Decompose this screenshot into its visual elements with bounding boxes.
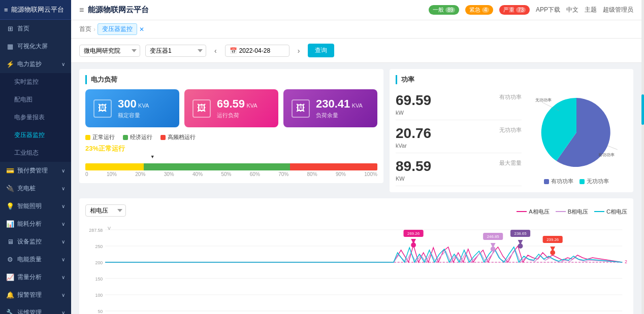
topbar: ≡ 能源物联网云平台 一般 89 紧急 4 严重 73 APP下载 中文 主题	[71, 0, 641, 20]
language-link[interactable]: 中文	[566, 6, 578, 14]
transformer-select[interactable]: 变压器1	[145, 45, 206, 57]
chart-filter: 相电压	[85, 204, 126, 217]
ops-icon: 🔧	[6, 309, 14, 314]
y-label-200: 200	[95, 260, 103, 265]
pie-legend-active: 有功功率	[544, 178, 573, 185]
right-panel: 功率 69.59 kW 有功功率	[390, 69, 633, 192]
progress-overload	[290, 163, 378, 170]
legend-dot-overload	[160, 135, 166, 140]
legend-a-phase: A相电压	[517, 208, 549, 216]
sidebar-item-industrial[interactable]: 工业组态	[0, 144, 71, 162]
status-legend: 正常运行 经济运行 高频档运行	[85, 133, 377, 141]
badge-normal[interactable]: 一般 89	[429, 5, 459, 15]
lighting-icon: 💡	[6, 202, 14, 210]
scrollbar-track[interactable]	[641, 0, 644, 314]
sidebar-item-electric[interactable]: ⚡ 电力监抄	[0, 55, 71, 73]
logo-icon: ≡	[4, 6, 8, 14]
filter-bar: 微电网研究院 变压器1 ‹ 📅 › 查询	[71, 39, 641, 63]
sidebar-item-prepaid[interactable]: 💳 预付费管理	[0, 162, 71, 180]
query-button[interactable]: 查询	[308, 44, 334, 57]
pie-legend-reactive: 无功功率	[579, 178, 609, 185]
kva-unit-running: KVA	[246, 102, 257, 109]
scrollbar-thumb[interactable]	[641, 94, 644, 125]
b-phase-line	[105, 250, 622, 262]
kva-card-remaining: 🖼 230.41 KVA 负荷余量	[283, 89, 377, 127]
kva-icon-rated: 🖼	[93, 99, 112, 118]
home-icon: ⊞	[6, 25, 14, 32]
breadcrumb-home[interactable]: 首页	[79, 25, 91, 33]
date-input-wrap: 📅	[225, 45, 289, 57]
legend-economic: 经济运行	[123, 133, 152, 141]
menu-icon[interactable]: ≡	[79, 6, 84, 15]
voltage-filter-select[interactable]: 相电压	[85, 204, 126, 217]
kva-cards: 🖼 300 KVA 额定容量 🖼	[85, 89, 377, 127]
sidebar-item-device[interactable]: 🖥 设备监控	[0, 233, 71, 251]
sidebar-item-quality[interactable]: ⚙ 电能质量	[0, 251, 71, 268]
reactive-power-value: 20.76	[396, 126, 431, 141]
sidebar-item-report[interactable]: 电参量报表	[0, 109, 71, 126]
pie-dot-active	[544, 179, 549, 184]
legend-normal: 正常运行	[85, 133, 115, 141]
kva-icon-remaining: 🖼	[292, 99, 310, 118]
quality-icon: ⚙	[6, 256, 14, 263]
date-prev-btn[interactable]: ‹	[211, 46, 220, 56]
theme-link[interactable]: 主题	[585, 6, 597, 14]
kva-icon-running: 🖼	[192, 99, 211, 118]
kva-info-rated: 300 KVA 额定容量	[118, 97, 171, 119]
kva-card-rated: 🖼 300 KVA 额定容量	[85, 89, 179, 127]
sidebar-item-transformer[interactable]: 变压器监控	[0, 126, 71, 144]
max-demand-unit: KW	[396, 176, 431, 182]
breadcrumb-transformer[interactable]: 变压器监控	[98, 23, 137, 35]
breadcrumb-sep: ›	[93, 26, 95, 33]
sidebar-item-alarm[interactable]: 🔔 报警管理	[0, 286, 71, 304]
app-download-link[interactable]: APP下载	[536, 6, 560, 14]
sidebar-item-visualization[interactable]: ▦ 可视化大屏	[0, 38, 71, 55]
sidebar-item-home[interactable]: ⊞ 首页	[0, 20, 71, 38]
kva-unit-remaining: KVA	[352, 102, 363, 109]
max-demand-label: 最大需量	[433, 159, 522, 167]
kva-info-remaining: 230.41 KVA 负荷余量	[316, 97, 369, 119]
calendar-icon: 📅	[230, 47, 237, 54]
power-demand-row: 89.59 KW 最大需量	[396, 155, 522, 186]
power-rate-section: 功率 69.59 kW 有功功率	[390, 69, 633, 192]
sidebar-item-energy[interactable]: 📊 能耗分析	[0, 215, 71, 233]
electric-icon: ⚡	[6, 60, 14, 68]
sidebar-item-realtime[interactable]: 实时监控	[0, 73, 71, 91]
y-label-50: 50	[98, 309, 103, 314]
kva-label-remaining: 负荷余量	[316, 112, 369, 119]
active-power-label: 有功功率	[433, 93, 522, 101]
breadcrumb-close[interactable]: ✕	[139, 26, 144, 33]
sidebar-logo: ≡ 能源物联网云平台	[0, 0, 71, 20]
prepaid-icon: 💳	[6, 167, 14, 175]
power-load-title: 电力负荷	[85, 75, 377, 84]
date-input[interactable]	[239, 47, 285, 54]
badge-urgent[interactable]: 紧急 4	[465, 5, 493, 15]
y-label-250: 250	[95, 244, 103, 249]
sidebar: ≡ 能源物联网云平台 ⊞ 首页 ▦ 可视化大屏 ⚡ 电力监抄 实时监控 配电图 …	[0, 0, 71, 314]
y-label-max: 287.58	[89, 228, 103, 233]
pie-dot-reactive	[579, 179, 585, 184]
main-content: ≡ 能源物联网云平台 一般 89 紧急 4 严重 73 APP下载 中文 主题	[71, 0, 641, 314]
peak-label-1: 269.26	[407, 231, 420, 236]
pie-label-active-text: 有功功率	[598, 153, 615, 157]
station-select[interactable]: 微电网研究院	[79, 45, 140, 57]
badge-severe[interactable]: 严重 73	[499, 5, 530, 15]
active-power-unit: kW	[396, 110, 431, 116]
sidebar-item-lighting[interactable]: 💡 智能照明	[0, 197, 71, 215]
progress-bar	[85, 163, 377, 170]
sidebar-item-powergraph[interactable]: 配电图	[0, 91, 71, 109]
y-label-100: 100	[95, 293, 103, 298]
y-axis-unit: V	[108, 226, 111, 231]
sidebar-item-ops[interactable]: 🔧 运维管理	[0, 304, 71, 314]
power-reactive-row: 20.76 kVar 无功功率	[396, 122, 522, 153]
legend-c-phase: C相电压	[594, 208, 627, 216]
kva-unit-rated: KVA	[138, 102, 149, 109]
date-next-btn[interactable]: ›	[295, 46, 303, 56]
user-name[interactable]: 超级管理员	[603, 6, 633, 14]
power-values: 69.59 kW 有功功率 20.76 kVar	[396, 89, 522, 186]
sidebar-item-demand[interactable]: 📈 需量分析	[0, 268, 71, 286]
sidebar-item-charger[interactable]: 🔌 充电桩	[0, 180, 71, 197]
pie-label-line-active	[607, 146, 618, 150]
pie-legend: 有功功率 无功功率	[544, 178, 609, 185]
progress-normal	[85, 163, 144, 170]
